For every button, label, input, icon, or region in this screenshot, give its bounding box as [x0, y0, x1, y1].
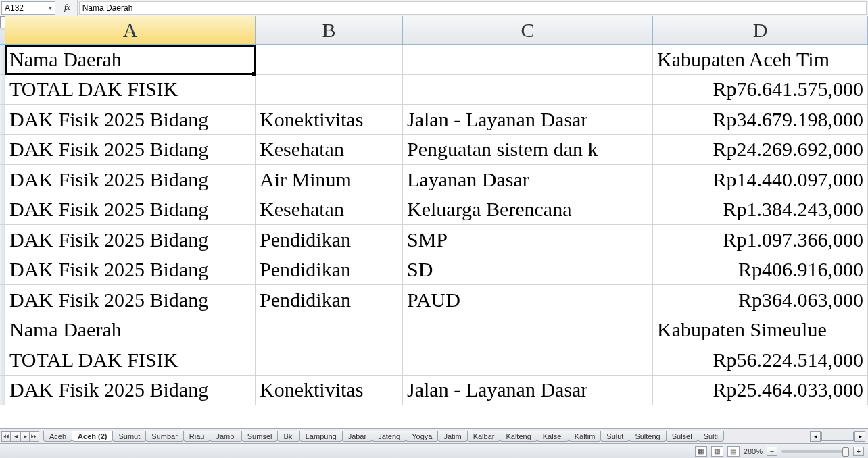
- row-header[interactable]: [0, 345, 5, 375]
- sheet-tab[interactable]: Sulsel: [666, 431, 698, 442]
- cell-B[interactable]: Konektivitas: [256, 105, 403, 134]
- row-header[interactable]: [0, 75, 5, 105]
- sheet-tab[interactable]: Jateng: [372, 431, 406, 442]
- spreadsheet-grid[interactable]: Nama DaerahKabupaten Aceh TimTOTAL DAK F…: [0, 45, 868, 428]
- cell-D[interactable]: Rp14.440.097,000: [653, 165, 868, 195]
- sheet-tab[interactable]: Sumbar: [145, 431, 184, 442]
- sheet-tab[interactable]: Aceh: [43, 431, 72, 442]
- sheet-tab[interactable]: Kaltim: [569, 431, 602, 442]
- cell-C[interactable]: SD: [403, 255, 653, 285]
- row-header[interactable]: [0, 255, 5, 285]
- cell-A[interactable]: Nama Daerah: [5, 315, 256, 345]
- sheet-tab[interactable]: Jatim: [437, 431, 467, 442]
- tab-nav-first[interactable]: ⏮: [1, 431, 11, 442]
- cell-B[interactable]: Kesehatan: [256, 195, 403, 225]
- formula-input[interactable]: Nama Daerah: [79, 1, 867, 15]
- zoom-out-button[interactable]: −: [767, 447, 777, 456]
- cell-D[interactable]: Rp364.063,000: [653, 285, 868, 315]
- cell-D[interactable]: Rp25.464.033,000: [653, 376, 868, 405]
- sheet-tab[interactable]: Bkl: [277, 431, 299, 442]
- cell-B[interactable]: [256, 345, 403, 375]
- view-page-break-icon[interactable]: ▤: [727, 446, 740, 457]
- cell-A[interactable]: TOTAL DAK FISIK: [5, 75, 256, 105]
- sheet-tab[interactable]: Yogya: [406, 431, 438, 442]
- sheet-tab[interactable]: Sulut: [600, 431, 629, 442]
- tab-nav-last[interactable]: ⏭: [30, 431, 39, 442]
- row-header[interactable]: [0, 285, 5, 315]
- row-header[interactable]: [0, 225, 5, 255]
- sheet-tab[interactable]: Sulti: [698, 431, 724, 442]
- sheet-tab[interactable]: Kalsel: [537, 431, 569, 442]
- cell-D[interactable]: Rp76.641.575,000: [653, 75, 868, 105]
- sheet-tab[interactable]: Sulteng: [629, 431, 666, 442]
- cell-C[interactable]: Jalan - Layanan Dasar: [403, 105, 653, 134]
- scroll-right-icon[interactable]: ▸: [854, 431, 865, 442]
- tab-nav-next[interactable]: ▸: [20, 431, 30, 442]
- cell-C[interactable]: [403, 315, 653, 345]
- row-header[interactable]: [0, 45, 5, 74]
- row-header[interactable]: [0, 135, 5, 165]
- cell-A[interactable]: TOTAL DAK FISIK: [5, 345, 256, 375]
- column-header-C[interactable]: C: [403, 16, 653, 44]
- cell-A[interactable]: DAK Fisik 2025 Bidang: [5, 225, 256, 255]
- cell-B[interactable]: [256, 315, 403, 345]
- row-header[interactable]: [0, 195, 5, 225]
- column-header-D[interactable]: D: [653, 16, 868, 44]
- cell-A[interactable]: DAK Fisik 2025 Bidang: [5, 255, 256, 285]
- cell-D[interactable]: Kabupaten Simeulue: [653, 315, 868, 345]
- scroll-track[interactable]: [821, 432, 854, 441]
- scroll-left-icon[interactable]: ◂: [810, 431, 821, 442]
- cell-D[interactable]: Kabupaten Aceh Tim: [653, 45, 868, 74]
- cell-D[interactable]: Rp56.224.514,000: [653, 345, 868, 375]
- cell-B[interactable]: [256, 75, 403, 105]
- sheet-tab[interactable]: Kalbar: [467, 431, 501, 442]
- cell-C[interactable]: [403, 345, 653, 375]
- cell-B[interactable]: Konektivitas: [256, 376, 403, 405]
- cell-A[interactable]: Nama Daerah: [5, 45, 256, 74]
- zoom-slider[interactable]: [781, 450, 849, 453]
- row-header[interactable]: [0, 315, 5, 345]
- cell-C[interactable]: Penguatan sistem dan k: [403, 135, 653, 165]
- sheet-tab[interactable]: Kalteng: [500, 431, 537, 442]
- cell-C[interactable]: [403, 75, 653, 105]
- cell-A[interactable]: DAK Fisik 2025 Bidang: [5, 285, 256, 315]
- row-header[interactable]: [0, 376, 5, 405]
- sheet-tab[interactable]: Aceh (2): [72, 431, 113, 442]
- cell-D[interactable]: Rp1.384.243,000: [653, 195, 868, 225]
- cell-B[interactable]: Pendidikan: [256, 255, 403, 285]
- cell-B[interactable]: [256, 45, 403, 74]
- view-normal-icon[interactable]: ▦: [695, 446, 707, 457]
- cell-D[interactable]: Rp34.679.198,000: [653, 105, 868, 134]
- cell-C[interactable]: PAUD: [403, 285, 653, 315]
- cell-B[interactable]: Kesehatan: [256, 135, 403, 165]
- name-box[interactable]: A132 ▾: [1, 1, 55, 15]
- cell-A[interactable]: DAK Fisik 2025 Bidang: [5, 135, 256, 165]
- column-header-B[interactable]: B: [256, 16, 403, 44]
- row-header[interactable]: [0, 105, 5, 134]
- horizontal-scrollbar[interactable]: ◂ ▸: [807, 431, 868, 442]
- column-header-A[interactable]: A: [5, 16, 256, 44]
- name-box-dropdown-icon[interactable]: ▾: [49, 4, 52, 11]
- cell-B[interactable]: Air Minum: [256, 165, 403, 195]
- cell-C[interactable]: Layanan Dasar: [403, 165, 653, 195]
- cell-C[interactable]: Jalan - Layanan Dasar: [403, 376, 653, 405]
- sheet-tab[interactable]: Riau: [183, 431, 211, 442]
- cell-D[interactable]: Rp1.097.366,000: [653, 225, 868, 255]
- cell-D[interactable]: Rp406.916,000: [653, 255, 868, 285]
- cell-A[interactable]: DAK Fisik 2025 Bidang: [5, 195, 256, 225]
- cell-A[interactable]: DAK Fisik 2025 Bidang: [5, 376, 256, 405]
- row-header[interactable]: [0, 165, 5, 195]
- sheet-tab[interactable]: Jambi: [210, 431, 241, 442]
- view-page-layout-icon[interactable]: ▥: [711, 446, 723, 457]
- sheet-tab[interactable]: Sumut: [112, 431, 146, 442]
- cell-C[interactable]: [403, 45, 653, 74]
- cell-A[interactable]: DAK Fisik 2025 Bidang: [5, 165, 256, 195]
- sheet-tab[interactable]: Sumsel: [241, 431, 279, 442]
- fx-label[interactable]: fx: [57, 0, 78, 16]
- sheet-tab[interactable]: Jabar: [342, 431, 373, 442]
- cell-C[interactable]: Keluarga Berencana: [403, 195, 653, 225]
- cell-B[interactable]: Pendidikan: [256, 285, 403, 315]
- cell-A[interactable]: DAK Fisik 2025 Bidang: [5, 105, 256, 134]
- sheet-tab[interactable]: Lampung: [299, 431, 343, 442]
- cell-C[interactable]: SMP: [403, 225, 653, 255]
